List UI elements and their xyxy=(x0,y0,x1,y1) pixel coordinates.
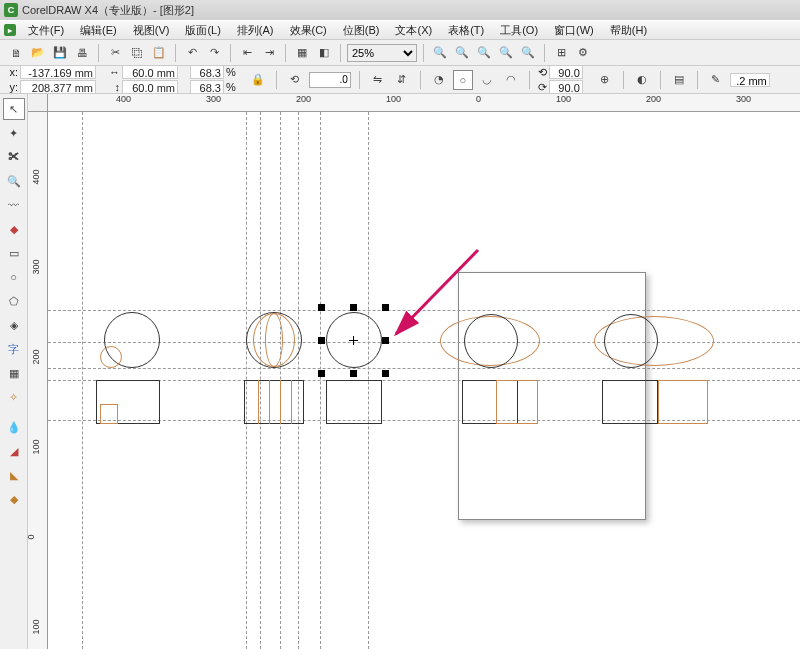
mirror-v-icon[interactable]: ⇵ xyxy=(392,70,412,90)
freehand-tool-icon[interactable]: 〰 xyxy=(3,194,25,216)
menu-effects[interactable]: 效果(C) xyxy=(282,21,335,40)
shape-tool-icon[interactable]: ✦ xyxy=(3,122,25,144)
menu-edit[interactable]: 编辑(E) xyxy=(72,21,125,40)
menu-arrange[interactable]: 排列(A) xyxy=(229,21,282,40)
selection-handle-sw[interactable] xyxy=(318,370,325,377)
save-icon[interactable]: 💾 xyxy=(50,43,70,63)
lock-ratio-icon[interactable]: 🔒 xyxy=(248,70,268,90)
ruler-vertical[interactable]: 400 300 200 100 0 100 xyxy=(28,112,48,649)
welcome-icon[interactable]: ◧ xyxy=(314,43,334,63)
text-tool-icon[interactable]: 字 xyxy=(3,338,25,360)
selection-handle-s[interactable] xyxy=(350,370,357,377)
h-value[interactable]: 60.0 mm xyxy=(122,80,178,94)
direction-icon[interactable]: ⊕ xyxy=(595,70,615,90)
import-icon[interactable]: ⇤ xyxy=(237,43,257,63)
rotate-icon[interactable]: ⟲ xyxy=(285,70,305,90)
pie-icon[interactable]: ◔ xyxy=(429,70,449,90)
rect-shape[interactable] xyxy=(244,380,304,424)
menu-view[interactable]: 视图(V) xyxy=(125,21,178,40)
eyedropper-tool-icon[interactable]: 💧 xyxy=(3,416,25,438)
rotation-input[interactable] xyxy=(309,72,351,88)
mirror-h-icon[interactable]: ⇋ xyxy=(368,70,388,90)
menu-bitmap[interactable]: 位图(B) xyxy=(335,21,388,40)
zoom-in-icon[interactable]: 🔍 xyxy=(430,43,450,63)
guide-line[interactable] xyxy=(48,368,800,369)
polygon-tool-icon[interactable]: ⬠ xyxy=(3,290,25,312)
selection-handle-w[interactable] xyxy=(318,337,325,344)
selection-handle-se[interactable] xyxy=(382,370,389,377)
small-circle-shape[interactable] xyxy=(100,346,122,368)
selection-handle-n[interactable] xyxy=(350,304,357,311)
outline-tool-icon[interactable]: ◢ xyxy=(3,440,25,462)
circle-shape[interactable] xyxy=(604,314,658,368)
ruler-corner[interactable] xyxy=(28,94,48,112)
open-icon[interactable]: 📂 xyxy=(28,43,48,63)
x-value[interactable]: -137.169 mm xyxy=(20,65,96,79)
menu-help[interactable]: 帮助(H) xyxy=(602,21,655,40)
app-launcher-icon[interactable]: ▦ xyxy=(292,43,312,63)
snap-icon[interactable]: ⊞ xyxy=(551,43,571,63)
guide-line[interactable] xyxy=(82,112,83,649)
ruler-horizontal[interactable]: 400 300 200 100 0 100 200 300 400 xyxy=(48,94,800,112)
print-icon[interactable]: 🖶 xyxy=(72,43,92,63)
rectangle-tool-icon[interactable]: ▭ xyxy=(3,242,25,264)
arc2-icon[interactable]: ◠ xyxy=(501,70,521,90)
new-icon[interactable]: 🗎 xyxy=(6,43,26,63)
menu-text[interactable]: 文本(X) xyxy=(387,21,440,40)
zoom-select[interactable]: 25% xyxy=(347,44,417,62)
ruler-tick: 0 xyxy=(476,94,481,104)
circle-shape[interactable] xyxy=(246,312,302,368)
crop-tool-icon[interactable]: ✀ xyxy=(3,146,25,168)
rect-shape[interactable] xyxy=(258,380,270,424)
y-value[interactable]: 208.377 mm xyxy=(20,80,96,94)
export-icon[interactable]: ⇥ xyxy=(259,43,279,63)
zoom-all-icon[interactable]: 🔍 xyxy=(518,43,538,63)
ellipse-mode-icon[interactable]: ○ xyxy=(453,70,473,90)
cut-icon[interactable]: ✂ xyxy=(105,43,125,63)
rect-shape[interactable] xyxy=(602,380,658,424)
front-icon[interactable]: ▤ xyxy=(669,70,689,90)
pick-tool-icon[interactable]: ↖ xyxy=(3,98,25,120)
table-tool-icon[interactable]: ▦ xyxy=(3,362,25,384)
options-icon[interactable]: ⚙ xyxy=(573,43,593,63)
ellipse-tool-icon[interactable]: ○ xyxy=(3,266,25,288)
rect-shape[interactable] xyxy=(496,380,538,424)
outline-pen-icon[interactable]: ✎ xyxy=(706,70,726,90)
w-value[interactable]: 60.0 mm xyxy=(122,65,178,79)
position-block: x:-137.169 mm y:208.377 mm xyxy=(6,65,96,94)
basic-shapes-icon[interactable]: ◈ xyxy=(3,314,25,336)
rect-shape[interactable] xyxy=(280,380,292,424)
undo-icon[interactable]: ↶ xyxy=(182,43,202,63)
copy-icon[interactable]: ⿻ xyxy=(127,43,147,63)
outline-width[interactable]: .2 mm xyxy=(730,73,770,87)
interactive-fill-icon[interactable]: ◆ xyxy=(3,488,25,510)
menu-window[interactable]: 窗口(W) xyxy=(546,21,602,40)
sx-value[interactable]: 68.3 xyxy=(190,65,224,79)
menu-file[interactable]: 文件(F) xyxy=(20,21,72,40)
fill-tool-icon[interactable]: ◣ xyxy=(3,464,25,486)
canvas[interactable] xyxy=(48,112,800,649)
redo-icon[interactable]: ↷ xyxy=(204,43,224,63)
angle1-value[interactable]: 90.0 xyxy=(549,65,583,79)
paste-icon[interactable]: 📋 xyxy=(149,43,169,63)
smartfill-tool-icon[interactable]: ◆ xyxy=(3,218,25,240)
sy-value[interactable]: 68.3 xyxy=(190,80,224,94)
menu-table[interactable]: 表格(T) xyxy=(440,21,492,40)
angle2-value[interactable]: 90.0 xyxy=(549,80,583,94)
menu-layout[interactable]: 版面(L) xyxy=(177,21,228,40)
wrap-icon[interactable]: ◐ xyxy=(632,70,652,90)
arc-icon[interactable]: ◡ xyxy=(477,70,497,90)
menu-tools[interactable]: 工具(O) xyxy=(492,21,546,40)
x-label: x: xyxy=(6,66,18,78)
zoom-out-icon[interactable]: 🔍 xyxy=(452,43,472,63)
selection-handle-nw[interactable] xyxy=(318,304,325,311)
rect-shape[interactable] xyxy=(658,380,708,424)
guide-line[interactable] xyxy=(320,112,321,649)
zoom-tool-icon[interactable]: 🔍 xyxy=(3,170,25,192)
interactive-tool-icon[interactable]: ✧ xyxy=(3,386,25,408)
zoom-page-icon[interactable]: 🔍 xyxy=(474,43,494,63)
zoom-fit-icon[interactable]: 🔍 xyxy=(496,43,516,63)
rect-shape[interactable] xyxy=(326,380,382,424)
selection-center[interactable] xyxy=(350,337,357,344)
small-rect-shape[interactable] xyxy=(100,404,118,424)
